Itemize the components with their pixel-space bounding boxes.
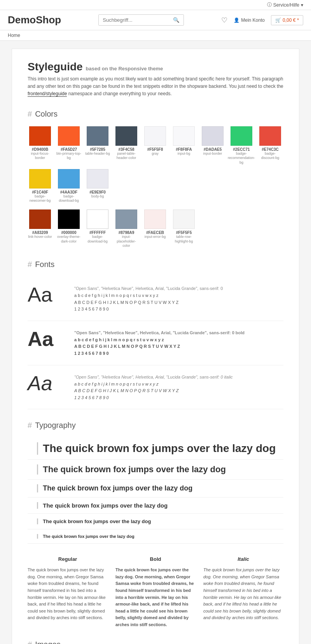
color-swatch xyxy=(87,209,108,229)
colors-section-header: # Colors xyxy=(28,110,283,119)
color-swatch xyxy=(202,126,224,146)
nav-home[interactable]: Home xyxy=(8,33,20,38)
color-hex: #FFFFFF xyxy=(89,230,106,235)
cart-icon: 🛒 xyxy=(275,17,281,23)
font-chars-upper: A B C D E F G H I J K L M N O P Q R S T … xyxy=(74,299,283,306)
account-label: Mein Konto xyxy=(241,17,265,23)
tag-label xyxy=(28,497,34,514)
tag-label xyxy=(28,438,34,460)
color-swatch xyxy=(173,126,195,146)
color-name: badge-recommendation-bg xyxy=(228,152,255,165)
color-hex: #4AA3DF xyxy=(60,190,77,194)
h1-text: The quick brown fox jumps over the lazy … xyxy=(37,442,280,455)
heading-sample: The quick brown fox jumps over the lazy … xyxy=(34,497,283,514)
header-top-bar: ⓘ Service/Hilfe ▾ xyxy=(0,0,311,10)
color-name: input-bg xyxy=(178,152,190,156)
color-name: badge-newcomer-bg xyxy=(28,194,52,203)
colors-hash: # xyxy=(28,110,32,119)
logo-part2: Shop xyxy=(36,14,61,26)
logo[interactable]: DemoShop xyxy=(8,14,61,26)
color-item: #5F7285 table-header-bg xyxy=(85,126,110,165)
color-swatch xyxy=(29,209,51,229)
color-hex: #F1C40F xyxy=(32,190,48,194)
wishlist-icon[interactable]: ♡ xyxy=(221,16,227,24)
color-swatch xyxy=(173,209,195,229)
fonts-hash: # xyxy=(28,260,32,269)
color-hex: #2ECC71 xyxy=(233,147,250,152)
cart-button[interactable]: 🛒 0,00 € * xyxy=(271,15,303,25)
title-light: Styleguide xyxy=(28,61,83,73)
bold-sample-col: Bold The quick brown fox jumps over the … xyxy=(115,555,196,628)
font-chars-num: 1 2 3 4 5 6 7 8 9 0 xyxy=(74,350,283,357)
heading-sample: The quick brown fox jumps over the lazy … xyxy=(34,438,283,460)
typography-row: The quick brown fox jumps over the lazy … xyxy=(28,460,283,480)
color-hex: #F5F5F8 xyxy=(147,147,163,152)
color-swatch xyxy=(231,126,252,146)
tag-label xyxy=(28,514,34,529)
font-sample: Aa xyxy=(28,329,66,349)
color-name: overlay-theme-dark-color xyxy=(56,235,81,244)
italic-text: The quick brown fox jumps over the lazy … xyxy=(203,567,283,621)
font-sample: Aa xyxy=(28,284,66,305)
color-name: input-placeholder-color xyxy=(114,235,139,248)
color-name: input-error-bg xyxy=(145,235,166,239)
h4-text: The quick brown fox jumps over the lazy … xyxy=(37,502,280,509)
font-sample: Aa xyxy=(28,373,66,393)
font-details: "Open Sans", "Helvetica Neue", Helvetica… xyxy=(74,284,283,313)
font-stack: "Open Sans", "Helvetica Neue", Helvetica… xyxy=(74,330,283,335)
h3-text: The quick brown fox jumps over the lazy … xyxy=(37,484,280,492)
search-button[interactable]: 🔍 xyxy=(169,15,183,25)
account-link[interactable]: 👤 Mein Konto xyxy=(234,17,265,23)
color-hex: #000000 xyxy=(61,230,77,235)
color-name: btn-primary-top-bg xyxy=(56,152,81,161)
italic-label: Italic xyxy=(203,555,283,564)
color-name: body-bg xyxy=(91,194,104,199)
color-swatch xyxy=(115,126,137,146)
h5-text: The quick brown fox jumps over the lazy … xyxy=(37,518,280,524)
color-swatch xyxy=(29,126,51,146)
intro-text-start: This intro text is just som example as y… xyxy=(28,76,283,89)
color-item: #4AA3DF badge-download-bg xyxy=(56,169,81,203)
color-item: #F1C40F badge-newcomer-bg xyxy=(28,169,52,203)
content-box: Styleguidebased on the Responsive theme … xyxy=(12,49,299,644)
tag-label xyxy=(28,480,34,497)
search-bar: 🔍 xyxy=(98,14,184,26)
color-item: #F5F5F8 gray xyxy=(143,126,168,165)
styleguide-link[interactable]: frontend/styleguide xyxy=(28,91,67,97)
service-icon: ⓘ xyxy=(267,2,272,8)
color-item: #E9E9F0 body-bg xyxy=(85,169,110,203)
color-item: #8798A9 input-placeholder-color xyxy=(114,209,139,248)
color-hex: #FAECEB xyxy=(146,230,164,235)
images-title: Images xyxy=(35,640,61,644)
color-hex: #F5F5F5 xyxy=(176,230,192,235)
header-main: DemoShop 🔍 ♡ 👤 Mein Konto 🛒 0,00 € * xyxy=(0,10,311,30)
intro-text-end: namespace and change everything to your … xyxy=(68,91,172,96)
color-swatch xyxy=(58,126,80,146)
service-label: Service/Hilfe xyxy=(273,2,299,8)
heading-sample: The quick brown fox jumps over the lazy … xyxy=(34,480,283,497)
color-swatch xyxy=(29,169,51,188)
search-input[interactable] xyxy=(99,15,169,25)
color-name: input-focus-border xyxy=(28,152,52,161)
page-wrapper: Styleguidebased on the Responsive theme … xyxy=(4,41,307,644)
h6-text: The quick brown fox jumps over the lazy … xyxy=(37,534,280,539)
color-item: #E74C3C badge-discount-bg xyxy=(258,126,283,165)
account-icon: 👤 xyxy=(234,17,239,23)
font-chars-upper: A B C D E F G H I J K L M N O P Q R S T … xyxy=(74,343,283,350)
nav-bar: Home xyxy=(0,30,311,41)
color-item: #FFFFFF badge-download-bg xyxy=(85,209,110,248)
color-item: #2ECC71 badge-recommendation-bg xyxy=(229,126,254,165)
color-name: badge-download-bg xyxy=(56,194,81,203)
color-name: gray xyxy=(152,152,159,156)
service-link[interactable]: ⓘ Service/Hilfe ▾ xyxy=(267,2,303,8)
font-stack: "Open Sans", "Helvetica Neue", Helvetica… xyxy=(74,375,283,379)
heading-sample: The quick brown fox jumps over the lazy … xyxy=(34,460,283,480)
color-hex: #E9E9F0 xyxy=(89,190,106,194)
search-icon: 🔍 xyxy=(173,17,180,23)
typography-row: The quick brown fox jumps over the lazy … xyxy=(28,529,283,544)
bold-label: Bold xyxy=(115,555,196,564)
color-hex: #D9400B xyxy=(32,147,48,152)
color-item: #F5F5F5 table-row-highlight-bg xyxy=(171,209,196,248)
font-stack: "Open Sans", "Helvetica Neue", Helvetica… xyxy=(74,286,283,291)
color-swatch xyxy=(87,169,108,188)
